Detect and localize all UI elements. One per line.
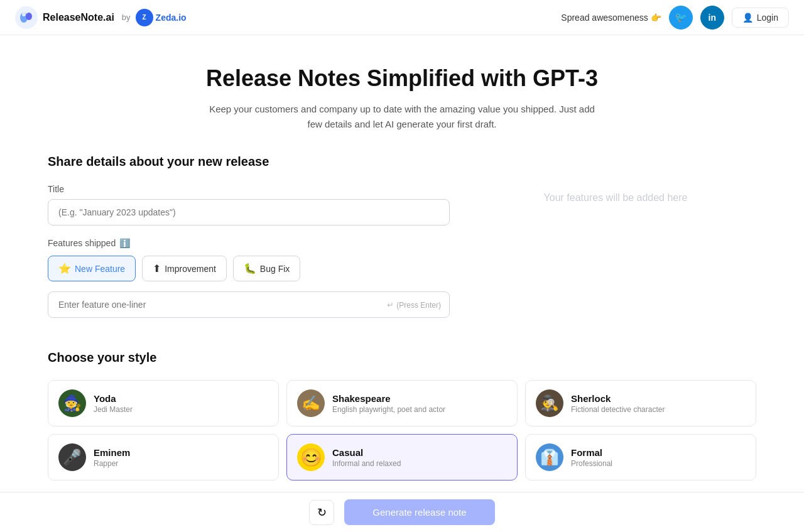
login-button[interactable]: 👤 Login <box>732 8 789 28</box>
feature-input-wrapper: ↵ (Press Enter) <box>48 291 450 318</box>
sherlock-avatar: 🕵️ <box>536 389 563 417</box>
formal-avatar: 👔 <box>536 443 563 471</box>
formal-desc: Professional <box>571 459 612 468</box>
spread-awesomeness-text: Spread awesomeness 👉 <box>561 13 661 23</box>
style-card-eminem[interactable]: 🎤EminemRapper <box>48 434 279 480</box>
logo-icon <box>15 6 38 29</box>
style-section: Choose your style 🧙YodaJedi Master✍️Shak… <box>25 350 779 480</box>
user-icon: 👤 <box>742 13 753 23</box>
casual-desc: Informal and relaxed <box>332 459 401 468</box>
formal-name: Formal <box>571 447 612 458</box>
bug-icon: 🐛 <box>244 263 256 274</box>
info-icon: ℹ️ <box>119 238 130 248</box>
upload-icon: ⬆ <box>153 263 161 274</box>
new-feature-button[interactable]: ⭐ New Feature <box>48 256 136 281</box>
eminem-avatar: 🎤 <box>58 443 86 471</box>
casual-avatar: 😊 <box>297 443 325 471</box>
yoda-desc: Jedi Master <box>94 405 133 414</box>
hero-title: Release Notes Simplified with GPT-3 <box>13 65 791 92</box>
title-input[interactable] <box>48 199 450 225</box>
features-label-text: Features shipped <box>48 238 116 248</box>
right-panel: Your features will be added here <box>475 155 756 330</box>
features-placeholder-text: Your features will be added here <box>544 192 688 204</box>
zeda-text: Zeda.io <box>156 13 187 23</box>
header-right: Spread awesomeness 👉 🐦 in 👤 Login <box>561 6 789 30</box>
by-separator: by <box>122 13 131 22</box>
bug-fix-label: Bug Fix <box>260 264 290 274</box>
logo-brand-text: ReleaseNote.ai <box>43 12 114 23</box>
casual-name: Casual <box>332 447 401 458</box>
features-shipped-label: Features shipped ℹ️ <box>48 238 450 248</box>
title-label: Title <box>48 184 450 194</box>
eminem-info: EminemRapper <box>94 447 130 468</box>
refresh-button[interactable]: ↻ <box>309 500 334 525</box>
yoda-info: YodaJedi Master <box>94 393 133 414</box>
refresh-icon: ↻ <box>317 506 327 519</box>
generate-button[interactable]: Generate release note <box>344 499 495 525</box>
svg-point-2 <box>26 13 32 20</box>
style-card-shakespeare[interactable]: ✍️ShakespeareEnglish playwright, poet an… <box>286 380 518 426</box>
svg-point-3 <box>22 13 26 16</box>
eminem-desc: Rapper <box>94 459 130 468</box>
header: ReleaseNote.ai by Z Zeda.io Spread aweso… <box>0 0 804 35</box>
feature-type-buttons: ⭐ New Feature ⬆ Improvement 🐛 Bug Fix <box>48 256 450 281</box>
style-card-formal[interactable]: 👔FormalProfessional <box>525 434 756 480</box>
sherlock-name: Sherlock <box>571 393 665 404</box>
style-card-yoda[interactable]: 🧙YodaJedi Master <box>48 380 279 426</box>
style-card-casual[interactable]: 😊CasualInformal and relaxed <box>286 434 518 480</box>
sherlock-desc: Fictional detective character <box>571 405 665 414</box>
main-content: Share details about your new release Tit… <box>25 155 779 330</box>
style-card-sherlock[interactable]: 🕵️SherlockFictional detective character <box>525 380 756 426</box>
linkedin-icon: in <box>709 13 716 23</box>
improvement-label: Improvement <box>165 264 216 274</box>
footer-bar: ↻ Generate release note <box>0 492 804 532</box>
form-section-title: Share details about your new release <box>48 155 450 169</box>
zeda-icon: Z <box>136 9 153 26</box>
sherlock-info: SherlockFictional detective character <box>571 393 665 414</box>
improvement-button[interactable]: ⬆ Improvement <box>142 256 227 281</box>
header-left: ReleaseNote.ai by Z Zeda.io <box>15 6 187 29</box>
feature-input[interactable] <box>48 291 450 318</box>
hero-subtitle: Keep your customers and company up to da… <box>201 102 603 132</box>
casual-info: CasualInformal and relaxed <box>332 447 401 468</box>
linkedin-button[interactable]: in <box>700 6 724 30</box>
shakespeare-desc: English playwright, poet and actor <box>332 405 445 414</box>
star-icon: ⭐ <box>58 263 71 274</box>
left-panel: Share details about your new release Tit… <box>48 155 450 330</box>
bug-fix-button[interactable]: 🐛 Bug Fix <box>233 256 300 281</box>
twitter-button[interactable]: 🐦 <box>669 6 693 30</box>
yoda-avatar: 🧙 <box>58 389 86 417</box>
shakespeare-name: Shakespeare <box>332 393 445 404</box>
style-grid: 🧙YodaJedi Master✍️ShakespeareEnglish pla… <box>48 380 756 480</box>
shakespeare-info: ShakespeareEnglish playwright, poet and … <box>332 393 445 414</box>
login-label: Login <box>757 13 778 23</box>
yoda-name: Yoda <box>94 393 133 404</box>
style-section-title: Choose your style <box>48 350 756 365</box>
eminem-name: Eminem <box>94 447 130 458</box>
zeda-logo[interactable]: Z Zeda.io <box>136 9 187 26</box>
shakespeare-avatar: ✍️ <box>297 389 325 417</box>
hero-section: Release Notes Simplified with GPT-3 Keep… <box>0 35 804 155</box>
formal-info: FormalProfessional <box>571 447 612 468</box>
twitter-icon: 🐦 <box>675 11 687 23</box>
new-feature-label: New Feature <box>75 264 125 274</box>
